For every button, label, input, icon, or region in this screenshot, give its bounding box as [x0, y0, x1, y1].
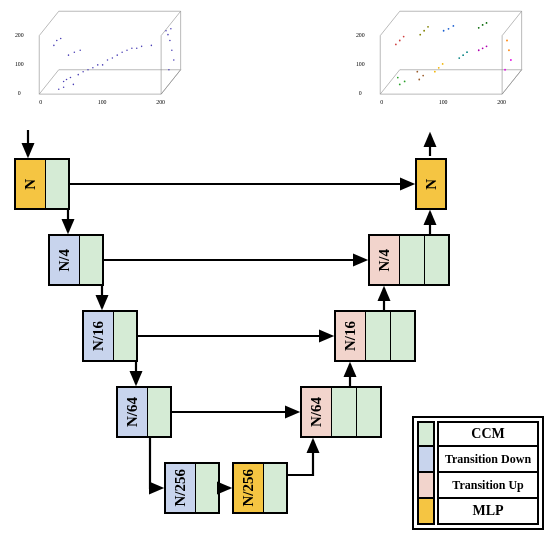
legend: CCM Transition Down Transition Up MLP: [412, 416, 544, 530]
legend-label-ccm: CCM: [437, 421, 539, 447]
legend-label-mlp: MLP: [437, 499, 539, 525]
legend-color-td: [417, 447, 435, 473]
legend-color-mlp: [417, 499, 435, 525]
legend-label-td: Transition Down: [437, 447, 539, 473]
legend-color-tu: [417, 473, 435, 499]
legend-label-tu: Transition Up: [437, 473, 539, 499]
legend-color-ccm: [417, 421, 435, 447]
